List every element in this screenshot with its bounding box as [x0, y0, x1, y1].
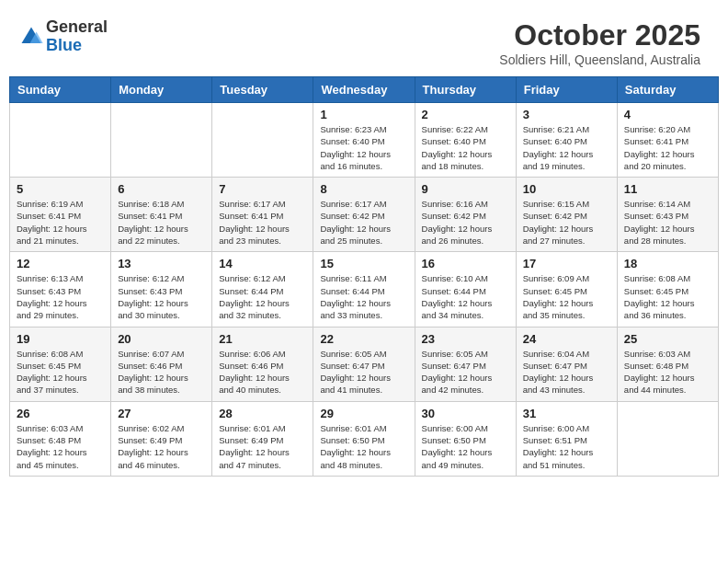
page-header: General Blue October 2025 Soldiers Hill,… [9, 9, 719, 72]
weekday-header-sunday: Sunday [10, 77, 111, 103]
day-info: Sunrise: 6:21 AM Sunset: 6:40 PM Dayligh… [523, 123, 610, 172]
day-info: Sunrise: 6:09 AM Sunset: 6:45 PM Dayligh… [523, 272, 610, 321]
day-number: 12 [17, 257, 104, 270]
day-info: Sunrise: 6:00 AM Sunset: 6:51 PM Dayligh… [523, 422, 610, 471]
calendar-cell [111, 103, 212, 178]
day-number: 17 [523, 257, 610, 270]
day-info: Sunrise: 6:14 AM Sunset: 6:43 PM Dayligh… [624, 198, 711, 247]
day-number: 1 [320, 108, 407, 121]
day-number: 29 [320, 407, 407, 420]
calendar-week-2: 5Sunrise: 6:19 AM Sunset: 6:41 PM Daylig… [10, 178, 719, 252]
day-info: Sunrise: 6:23 AM Sunset: 6:40 PM Dayligh… [320, 123, 407, 172]
day-info: Sunrise: 6:08 AM Sunset: 6:45 PM Dayligh… [624, 272, 711, 321]
calendar-cell: 22Sunrise: 6:05 AM Sunset: 6:47 PM Dayli… [313, 327, 415, 401]
calendar-cell: 13Sunrise: 6:12 AM Sunset: 6:43 PM Dayli… [111, 252, 212, 327]
calendar-cell: 6Sunrise: 6:18 AM Sunset: 6:41 PM Daylig… [111, 178, 212, 252]
day-number: 21 [219, 332, 306, 346]
calendar-week-4: 19Sunrise: 6:08 AM Sunset: 6:45 PM Dayli… [10, 327, 719, 401]
day-info: Sunrise: 6:04 AM Sunset: 6:47 PM Dayligh… [523, 348, 610, 396]
calendar-cell: 2Sunrise: 6:22 AM Sunset: 6:40 PM Daylig… [415, 103, 516, 178]
day-number: 23 [422, 332, 509, 346]
day-number: 10 [523, 182, 610, 196]
weekday-header-tuesday: Tuesday [212, 77, 313, 103]
month-title: October 2025 [499, 18, 700, 52]
day-number: 24 [523, 332, 610, 346]
weekday-header-row: SundayMondayTuesdayWednesdayThursdayFrid… [10, 77, 719, 103]
logo-icon [18, 24, 44, 50]
calendar-cell: 30Sunrise: 6:00 AM Sunset: 6:50 PM Dayli… [415, 401, 516, 476]
weekday-header-friday: Friday [516, 77, 617, 103]
day-info: Sunrise: 6:06 AM Sunset: 6:46 PM Dayligh… [219, 348, 306, 396]
day-number: 30 [422, 407, 509, 420]
calendar-week-5: 26Sunrise: 6:03 AM Sunset: 6:48 PM Dayli… [10, 401, 719, 476]
weekday-header-thursday: Thursday [415, 77, 516, 103]
calendar-cell: 18Sunrise: 6:08 AM Sunset: 6:45 PM Dayli… [617, 252, 718, 327]
day-info: Sunrise: 6:17 AM Sunset: 6:41 PM Dayligh… [219, 198, 306, 247]
day-info: Sunrise: 6:07 AM Sunset: 6:46 PM Dayligh… [118, 348, 205, 396]
day-number: 25 [624, 332, 711, 346]
day-info: Sunrise: 6:00 AM Sunset: 6:50 PM Dayligh… [422, 422, 509, 471]
day-info: Sunrise: 6:03 AM Sunset: 6:48 PM Dayligh… [624, 348, 711, 396]
day-number: 27 [118, 407, 205, 420]
day-number: 6 [118, 182, 205, 196]
calendar-cell: 21Sunrise: 6:06 AM Sunset: 6:46 PM Dayli… [212, 327, 313, 401]
day-info: Sunrise: 6:02 AM Sunset: 6:49 PM Dayligh… [118, 422, 205, 471]
day-number: 20 [118, 332, 205, 346]
logo-general: General [46, 17, 108, 36]
calendar-cell: 10Sunrise: 6:15 AM Sunset: 6:42 PM Dayli… [516, 178, 617, 252]
title-section: October 2025 Soldiers Hill, Queensland, … [499, 18, 700, 67]
day-info: Sunrise: 6:13 AM Sunset: 6:43 PM Dayligh… [17, 272, 104, 321]
calendar-cell: 28Sunrise: 6:01 AM Sunset: 6:49 PM Dayli… [212, 401, 313, 476]
calendar-cell: 25Sunrise: 6:03 AM Sunset: 6:48 PM Dayli… [617, 327, 718, 401]
calendar-cell: 16Sunrise: 6:10 AM Sunset: 6:44 PM Dayli… [415, 252, 516, 327]
day-number: 22 [320, 332, 407, 346]
calendar-cell: 20Sunrise: 6:07 AM Sunset: 6:46 PM Dayli… [111, 327, 212, 401]
day-info: Sunrise: 6:11 AM Sunset: 6:44 PM Dayligh… [320, 272, 407, 321]
calendar-cell [10, 103, 111, 178]
calendar-cell: 1Sunrise: 6:23 AM Sunset: 6:40 PM Daylig… [313, 103, 415, 178]
calendar-cell: 12Sunrise: 6:13 AM Sunset: 6:43 PM Dayli… [10, 252, 111, 327]
calendar-table: SundayMondayTuesdayWednesdayThursdayFrid… [9, 76, 719, 477]
day-info: Sunrise: 6:16 AM Sunset: 6:42 PM Dayligh… [422, 198, 509, 247]
day-info: Sunrise: 6:12 AM Sunset: 6:43 PM Dayligh… [118, 272, 205, 321]
logo-blue: Blue [46, 36, 82, 54]
calendar-cell: 14Sunrise: 6:12 AM Sunset: 6:44 PM Dayli… [212, 252, 313, 327]
day-info: Sunrise: 6:19 AM Sunset: 6:41 PM Dayligh… [17, 198, 104, 247]
calendar-cell: 26Sunrise: 6:03 AM Sunset: 6:48 PM Dayli… [10, 401, 111, 476]
calendar-cell: 4Sunrise: 6:20 AM Sunset: 6:41 PM Daylig… [617, 103, 718, 178]
day-number: 19 [17, 332, 104, 346]
day-number: 14 [219, 257, 306, 270]
calendar-cell: 8Sunrise: 6:17 AM Sunset: 6:42 PM Daylig… [313, 178, 415, 252]
day-info: Sunrise: 6:03 AM Sunset: 6:48 PM Dayligh… [17, 422, 104, 471]
calendar-cell: 31Sunrise: 6:00 AM Sunset: 6:51 PM Dayli… [516, 401, 617, 476]
calendar-cell: 17Sunrise: 6:09 AM Sunset: 6:45 PM Dayli… [516, 252, 617, 327]
day-number: 15 [320, 257, 407, 270]
calendar-cell: 11Sunrise: 6:14 AM Sunset: 6:43 PM Dayli… [617, 178, 718, 252]
calendar-cell: 15Sunrise: 6:11 AM Sunset: 6:44 PM Dayli… [313, 252, 415, 327]
calendar-cell: 29Sunrise: 6:01 AM Sunset: 6:50 PM Dayli… [313, 401, 415, 476]
day-info: Sunrise: 6:22 AM Sunset: 6:40 PM Dayligh… [422, 123, 509, 172]
day-info: Sunrise: 6:05 AM Sunset: 6:47 PM Dayligh… [320, 348, 407, 396]
day-number: 28 [219, 407, 306, 420]
calendar-cell: 9Sunrise: 6:16 AM Sunset: 6:42 PM Daylig… [415, 178, 516, 252]
calendar-cell: 23Sunrise: 6:05 AM Sunset: 6:47 PM Dayli… [415, 327, 516, 401]
day-number: 2 [422, 108, 509, 121]
calendar-cell: 5Sunrise: 6:19 AM Sunset: 6:41 PM Daylig… [10, 178, 111, 252]
calendar-cell: 19Sunrise: 6:08 AM Sunset: 6:45 PM Dayli… [10, 327, 111, 401]
calendar-cell: 3Sunrise: 6:21 AM Sunset: 6:40 PM Daylig… [516, 103, 617, 178]
day-info: Sunrise: 6:12 AM Sunset: 6:44 PM Dayligh… [219, 272, 306, 321]
calendar-week-1: 1Sunrise: 6:23 AM Sunset: 6:40 PM Daylig… [10, 103, 719, 178]
weekday-header-monday: Monday [111, 77, 212, 103]
day-info: Sunrise: 6:20 AM Sunset: 6:41 PM Dayligh… [624, 123, 711, 172]
day-number: 11 [624, 182, 711, 196]
day-number: 4 [624, 108, 711, 121]
weekday-header-wednesday: Wednesday [313, 77, 415, 103]
day-number: 18 [624, 257, 711, 270]
day-number: 7 [219, 182, 306, 196]
calendar-cell: 7Sunrise: 6:17 AM Sunset: 6:41 PM Daylig… [212, 178, 313, 252]
day-info: Sunrise: 6:18 AM Sunset: 6:41 PM Dayligh… [118, 198, 205, 247]
day-number: 16 [422, 257, 509, 270]
calendar-week-3: 12Sunrise: 6:13 AM Sunset: 6:43 PM Dayli… [10, 252, 719, 327]
logo-text: General Blue [46, 18, 108, 55]
day-number: 31 [523, 407, 610, 420]
